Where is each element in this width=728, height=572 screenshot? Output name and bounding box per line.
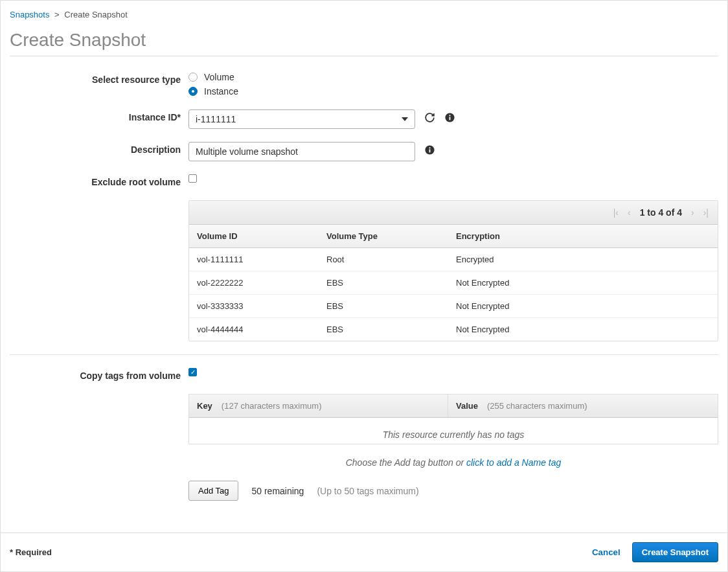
description-label: Description xyxy=(10,142,188,155)
info-icon[interactable] xyxy=(444,112,455,126)
footer: * Required Cancel Create Snapshot xyxy=(1,532,727,571)
breadcrumb-root-link[interactable]: Snapshots xyxy=(10,10,49,19)
page-title: Create Snapshot xyxy=(10,30,718,51)
add-name-tag-link[interactable]: click to add a Name tag xyxy=(466,457,561,468)
cell-volume-type: EBS xyxy=(319,318,448,341)
tags-hint-line: Choose the Add tag button or click to ad… xyxy=(188,453,718,481)
breadcrumb-current: Create Snapshot xyxy=(64,10,128,19)
description-value: Multiple volume snapshot xyxy=(196,146,298,157)
tags-hint-pre: Choose the Add tag button or xyxy=(346,457,464,468)
chevron-down-icon xyxy=(402,117,408,121)
col-key: Key (127 characters maximum) xyxy=(189,395,448,417)
refresh-icon[interactable] xyxy=(424,112,435,126)
volume-table: |‹ ‹ 1 to 4 of 4 › ›| Volume ID Volume T… xyxy=(188,200,718,341)
cell-volume-type: Root xyxy=(319,248,448,271)
cell-volume-id: vol-3333333 xyxy=(189,295,319,317)
cell-volume-id: vol-1111111 xyxy=(189,248,319,271)
value-hint: (255 characters maximum) xyxy=(487,401,587,411)
cell-volume-type: EBS xyxy=(319,271,448,294)
svg-point-1 xyxy=(449,115,450,116)
cancel-button[interactable]: Cancel xyxy=(588,547,624,558)
table-row[interactable]: vol-1111111 Root Encrypted xyxy=(189,248,718,271)
col-value: Value (255 characters maximum) xyxy=(448,395,718,417)
breadcrumb: Snapshots > Create Snapshot xyxy=(10,10,718,19)
radio-instance-label: Instance xyxy=(204,86,238,97)
pager-prev-icon[interactable]: ‹ xyxy=(628,207,631,218)
instance-id-value: i-1111111 xyxy=(196,114,236,124)
table-row[interactable]: vol-3333333 EBS Not Encrypted xyxy=(189,295,718,318)
pager-last-icon[interactable]: ›| xyxy=(703,207,709,218)
cell-volume-type: EBS xyxy=(319,295,448,317)
tags-table: Key (127 characters maximum) Value (255 … xyxy=(188,394,718,444)
svg-point-4 xyxy=(429,147,430,148)
tags-remaining: 50 remaining xyxy=(251,486,304,496)
exclude-root-label: Exclude root volume xyxy=(10,174,188,187)
info-icon[interactable] xyxy=(424,144,435,159)
pager-next-icon[interactable]: › xyxy=(691,207,694,218)
section-divider xyxy=(10,354,718,355)
svg-rect-5 xyxy=(429,149,431,152)
radio-instance[interactable]: Instance xyxy=(188,86,238,97)
svg-rect-2 xyxy=(449,117,451,120)
radio-volume[interactable]: Volume xyxy=(188,72,238,82)
cell-encryption: Not Encrypted xyxy=(448,295,718,317)
breadcrumb-separator: > xyxy=(54,10,60,19)
table-row[interactable]: vol-4444444 EBS Not Encrypted xyxy=(189,318,718,341)
radio-icon xyxy=(188,73,198,82)
cell-encryption: Not Encrypted xyxy=(448,271,718,294)
create-snapshot-button[interactable]: Create Snapshot xyxy=(632,542,718,562)
instance-id-label: Instance ID* xyxy=(10,109,188,122)
col-encryption[interactable]: Encryption xyxy=(448,225,718,247)
copy-tags-label: Copy tags from volume xyxy=(10,368,188,381)
radio-icon xyxy=(188,87,198,96)
pager-first-icon[interactable]: |‹ xyxy=(613,207,619,218)
title-divider xyxy=(10,56,718,56)
cell-encryption: Not Encrypted xyxy=(448,318,718,341)
copy-tags-checkbox[interactable]: ✓ xyxy=(188,368,197,376)
exclude-root-checkbox[interactable] xyxy=(188,174,197,183)
add-tag-button[interactable]: Add Tag xyxy=(188,481,238,501)
pager-status: 1 to 4 of 4 xyxy=(640,207,682,218)
required-note: * Required xyxy=(10,547,52,557)
radio-volume-label: Volume xyxy=(204,72,234,82)
description-input[interactable]: Multiple volume snapshot xyxy=(188,142,415,161)
key-hint: (127 characters maximum) xyxy=(222,401,322,411)
col-volume-type[interactable]: Volume Type xyxy=(319,225,448,247)
key-header-text: Key xyxy=(197,401,212,411)
resource-type-label: Select resource type xyxy=(10,72,188,85)
cell-encryption: Encrypted xyxy=(448,248,718,271)
tags-empty-message: This resource currently has no tags xyxy=(189,418,718,444)
value-header-text: Value xyxy=(456,401,478,411)
cell-volume-id: vol-2222222 xyxy=(189,271,319,294)
cell-volume-id: vol-4444444 xyxy=(189,318,319,341)
instance-id-select[interactable]: i-1111111 xyxy=(188,109,415,129)
table-pager: |‹ ‹ 1 to 4 of 4 › ›| xyxy=(189,201,718,225)
tags-max-hint: (Up to 50 tags maximum) xyxy=(317,486,418,496)
tags-header-row: Key (127 characters maximum) Value (255 … xyxy=(189,395,718,418)
table-header-row: Volume ID Volume Type Encryption xyxy=(189,225,718,248)
resource-type-radio-group: Volume Instance xyxy=(188,72,238,97)
table-row[interactable]: vol-2222222 EBS Not Encrypted xyxy=(189,271,718,295)
col-volume-id[interactable]: Volume ID xyxy=(189,225,319,247)
